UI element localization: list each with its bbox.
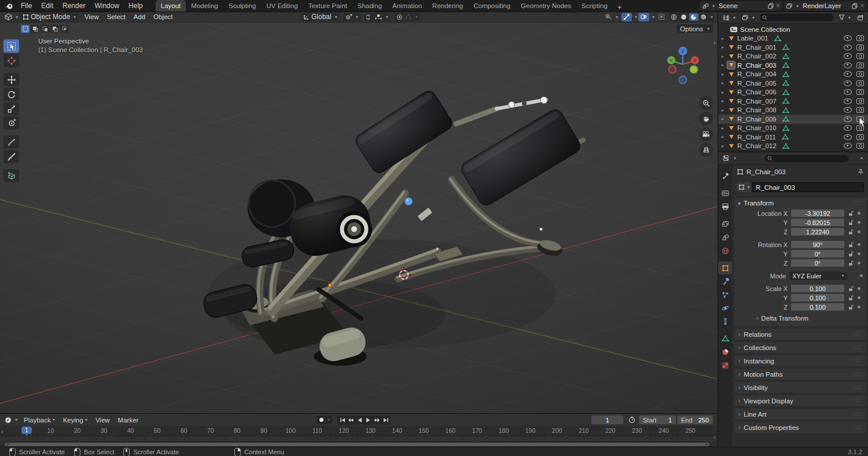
hide-in-viewport-icon[interactable] [844, 35, 852, 41]
visibility-dropdown[interactable]: ▾ [602, 13, 620, 21]
hide-in-viewport-icon[interactable] [844, 89, 852, 95]
mesh-object-icon[interactable] [727, 97, 735, 105]
outliner-item-name[interactable]: R_Chair_002 [737, 53, 777, 60]
lock-icon[interactable] [847, 304, 855, 310]
disclosure-triangle-icon[interactable]: ▸ [722, 126, 727, 131]
menu-window[interactable]: Window [90, 0, 124, 12]
animate-dot[interactable] [858, 296, 860, 299]
navigation-gizmo[interactable]: Z Y X [660, 43, 706, 94]
tab-scene-properties[interactable] [718, 231, 732, 244]
select-mode-intersect-icon[interactable] [60, 25, 69, 33]
tab-particles-properties[interactable] [718, 288, 732, 301]
disable-in-renders-icon[interactable] [856, 62, 864, 68]
viewport-3d-canvas[interactable]: User Perspective (1) Scene Collection | … [0, 22, 718, 413]
shading-wireframe-button[interactable] [670, 13, 679, 21]
outliner-item-name[interactable]: R_Chair_005 [737, 80, 777, 87]
rotation-mode-select[interactable]: XYZ Euler ▾ [789, 271, 847, 280]
select-mode-invert-icon[interactable] [50, 25, 59, 33]
transform-value-field[interactable]: 90° [791, 241, 844, 249]
chevron-down-icon[interactable]: ▾ [711, 14, 713, 20]
timeline-menu-view[interactable]: View [91, 417, 114, 424]
workspace-tab-rendering[interactable]: Rendering [427, 0, 468, 12]
transform-value-field[interactable]: -0.82015 [791, 219, 844, 227]
new-collection-button[interactable] [855, 13, 866, 22]
outliner-item-r-chair-011[interactable]: ▸ R_Chair_011 [718, 133, 868, 142]
editor-type-button[interactable]: ▾ [2, 13, 20, 21]
disclosure-triangle-icon[interactable]: ▸ [722, 116, 727, 122]
play-icon[interactable] [364, 416, 373, 424]
drag-handle-icon[interactable]: ········ [854, 332, 862, 337]
outliner-item-r-chair-010[interactable]: ▸ R_Chair_010 [718, 124, 868, 133]
chevron-down-icon[interactable]: ▾ [652, 14, 654, 20]
workspace-tab-scripting[interactable]: Scripting [576, 0, 613, 12]
transform-value-field[interactable]: 0° [791, 250, 844, 258]
overlays-toggle[interactable] [638, 13, 649, 21]
panel-line-art[interactable]: › Line Art ········ [734, 408, 867, 420]
tab-view-layer-properties[interactable] [718, 218, 732, 230]
hide-in-viewport-icon[interactable] [844, 134, 852, 140]
properties-editor-button[interactable]: ▾ [720, 154, 738, 163]
workspace-tab-compositing[interactable]: Compositing [468, 0, 516, 12]
tab-modifiers-properties[interactable] [718, 275, 732, 288]
mesh-data-icon[interactable] [782, 116, 789, 122]
workspace-tab-modeling[interactable]: Modeling [186, 0, 223, 12]
viewport-menu-select[interactable]: Select [103, 13, 130, 20]
disable-in-renders-icon[interactable] [856, 45, 864, 50]
current-frame-indicator[interactable]: 1 [21, 426, 32, 434]
transform-value-field[interactable]: 0.100 [791, 294, 844, 302]
animate-dot[interactable] [858, 212, 860, 215]
transform-orientation-selector[interactable]: Global ▾ [301, 13, 340, 21]
outliner-item-name[interactable]: R_Chair_011 [737, 134, 776, 141]
hide-in-viewport-icon[interactable] [844, 116, 852, 122]
mesh-data-icon[interactable] [782, 80, 789, 86]
disable-in-renders-icon[interactable] [856, 98, 864, 104]
outliner-item-r-chair-005[interactable]: ▸ R_Chair_005 [718, 79, 868, 88]
mesh-object-icon[interactable] [727, 115, 735, 123]
tab-physics-properties[interactable] [718, 301, 732, 314]
pan-icon[interactable] [699, 112, 713, 126]
prev-keyframe-icon[interactable] [347, 416, 355, 424]
outliner-display-mode-button[interactable]: ▾ [720, 13, 738, 22]
copy-icon[interactable] [768, 3, 774, 9]
outliner-filter-button[interactable]: ▾ [836, 13, 853, 22]
mesh-object-icon[interactable] [727, 43, 735, 51]
gizmo-neg-y-axis[interactable] [690, 66, 698, 73]
mesh-data-icon[interactable] [782, 62, 789, 68]
mesh-object-icon[interactable] [727, 79, 735, 87]
mesh-data-icon[interactable] [782, 107, 789, 113]
view-layer-selector[interactable]: ▾ RenderLayer × [784, 1, 866, 10]
animate-dot[interactable] [858, 221, 860, 224]
disclosure-triangle-icon[interactable]: ▸ [722, 144, 727, 149]
hide-in-viewport-icon[interactable] [844, 53, 852, 59]
panel-visibility[interactable]: › Visibility ········ [734, 381, 867, 394]
mesh-data-icon[interactable] [782, 44, 789, 50]
select-box-tool-icon[interactable] [3, 39, 19, 53]
hook-widget[interactable] [404, 197, 413, 205]
mesh-data-icon[interactable] [782, 98, 789, 104]
sidebar-toggle-arrow[interactable]: ‹ [713, 39, 716, 46]
transform-value-field[interactable]: 1.22240 [791, 228, 844, 236]
lock-icon[interactable] [847, 286, 855, 292]
workspace-tab-sculpting[interactable]: Sculpting [223, 0, 261, 12]
lock-icon[interactable] [847, 251, 855, 257]
transform-value-field[interactable]: 0.100 [791, 285, 844, 293]
lock-icon[interactable] [847, 211, 855, 216]
outliner-item-name[interactable]: R_Chair_001 [737, 44, 777, 51]
hide-in-viewport-icon[interactable] [844, 98, 852, 104]
add-cube-tool-icon[interactable] [3, 169, 19, 182]
zoom-icon[interactable] [699, 96, 713, 110]
panel-viewport-display[interactable]: › Viewport Display ········ [734, 395, 867, 407]
disable-in-renders-icon[interactable] [856, 143, 864, 149]
animate-dot[interactable] [858, 230, 860, 233]
outliner-item-name[interactable]: R_Chair_012 [737, 142, 777, 149]
close-icon[interactable]: × [860, 2, 864, 10]
properties-search-input[interactable] [764, 154, 849, 163]
view-layer-name[interactable]: RenderLayer [800, 2, 850, 9]
panel-custom-properties[interactable]: › Custom Properties ········ [734, 421, 867, 433]
gizmo-neg-z-axis[interactable] [679, 76, 687, 84]
outliner-item-name[interactable]: R_Chair_009 [737, 116, 777, 123]
add-workspace-button[interactable]: + [613, 3, 627, 12]
rotate-tool-icon[interactable] [3, 87, 19, 101]
shading-material-button[interactable] [689, 13, 698, 21]
panel-instancing[interactable]: › Instancing ········ [734, 355, 867, 367]
